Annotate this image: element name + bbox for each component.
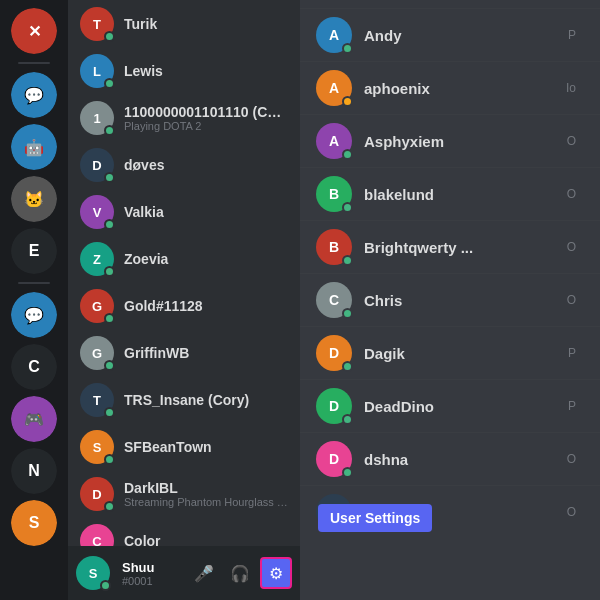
- avatar: S: [76, 556, 110, 590]
- server-icon[interactable]: 💬: [11, 72, 57, 118]
- right-friend-item[interactable]: A aphoenix Io: [300, 61, 600, 114]
- right-friend-avatar: D: [316, 441, 352, 477]
- status-dot: [342, 467, 353, 478]
- server-separator: [18, 62, 50, 64]
- settings-button[interactable]: ⚙: [260, 557, 292, 589]
- status-dot: [342, 43, 353, 54]
- status-dot: [104, 313, 115, 324]
- friend-avatar: D: [80, 477, 114, 511]
- status-dot: [342, 361, 353, 372]
- friend-info: Color: [124, 533, 288, 546]
- right-friend-item[interactable]: C Chris O: [300, 273, 600, 326]
- user-tag: #0001: [122, 575, 184, 587]
- server-icon[interactable]: 🤖: [11, 124, 57, 170]
- friend-info: DarkIBL Streaming Phantom Hourglass w...: [124, 480, 288, 508]
- headphone-button[interactable]: 🎧: [224, 557, 256, 589]
- status-dot: [342, 255, 353, 266]
- right-friend-name: Brightqwerty ...: [364, 239, 567, 256]
- right-friend-avatar: C: [316, 282, 352, 318]
- server-icon[interactable]: E: [11, 228, 57, 274]
- server-icon[interactable]: C: [11, 344, 57, 390]
- friend-item[interactable]: C Color: [72, 518, 296, 546]
- right-friend-item[interactable]: D døves O: [300, 485, 600, 538]
- right-panel: A Andy P A aphoenix Io A Asphyxiem O B b…: [300, 0, 600, 600]
- right-friend-item[interactable]: A Asphyxiem O: [300, 114, 600, 167]
- right-friend-avatar: A: [316, 123, 352, 159]
- right-friend-name: Chris: [364, 292, 567, 309]
- username: Shuu: [122, 560, 184, 575]
- right-friend-item[interactable]: D dshna O: [300, 432, 600, 485]
- status-dot: [342, 96, 353, 107]
- server-icon[interactable]: S: [11, 500, 57, 546]
- right-status-text: P: [568, 346, 576, 360]
- right-status-text: O: [567, 293, 576, 307]
- friend-item[interactable]: Z Zoevia: [72, 236, 296, 282]
- server-icon[interactable]: 💬: [11, 292, 57, 338]
- friend-item[interactable]: D døves: [72, 142, 296, 188]
- right-friend-name: blakelund: [364, 186, 567, 203]
- right-friend-item[interactable]: D DeadDino P: [300, 379, 600, 432]
- friend-avatar: C: [80, 524, 114, 546]
- friend-item[interactable]: G Gold#11128: [72, 283, 296, 329]
- status-dot: [104, 360, 115, 371]
- right-status-text: P: [568, 28, 576, 42]
- friend-avatar: T: [80, 7, 114, 41]
- friend-activity: Streaming Phantom Hourglass w...: [124, 496, 288, 508]
- right-friend-item[interactable]: B Brightqwerty ... O: [300, 220, 600, 273]
- friend-name: døves: [124, 157, 288, 173]
- right-status-text: O: [567, 134, 576, 148]
- server-icon[interactable]: N: [11, 448, 57, 494]
- friend-avatar: G: [80, 289, 114, 323]
- friend-name: TRS_Insane (Cory): [124, 392, 288, 408]
- right-status-text: O: [567, 505, 576, 519]
- friend-avatar: 1: [80, 101, 114, 135]
- right-friend-item[interactable]: D Dagik P: [300, 326, 600, 379]
- friend-info: døves: [124, 157, 288, 173]
- friend-avatar: G: [80, 336, 114, 370]
- friend-info: Lewis: [124, 63, 288, 79]
- friend-item[interactable]: V Valkia: [72, 189, 296, 235]
- right-friend-item[interactable]: B blakelund O: [300, 167, 600, 220]
- friend-name: 1100000001101110 (CO...: [124, 104, 288, 120]
- status-dot: [104, 78, 115, 89]
- right-friend-avatar: B: [316, 176, 352, 212]
- right-friend-item[interactable]: A Andy P: [300, 8, 600, 61]
- status-dot: [342, 149, 353, 160]
- right-friend-name: aphoenix: [364, 80, 566, 97]
- friends-list: T Turik L Lewis 1 1100000001101110 (CO..…: [68, 0, 300, 546]
- friend-info: Gold#11128: [124, 298, 288, 314]
- friend-avatar: L: [80, 54, 114, 88]
- server-separator: [18, 282, 50, 284]
- friend-item[interactable]: L Lewis: [72, 48, 296, 94]
- friend-info: TRS_Insane (Cory): [124, 392, 288, 408]
- mic-button[interactable]: 🎤: [188, 557, 220, 589]
- server-icon[interactable]: 🎮: [11, 396, 57, 442]
- status-dot: [342, 520, 353, 531]
- right-status-text: Io: [566, 81, 576, 95]
- friend-name: Color: [124, 533, 288, 546]
- right-friends-list: A Andy P A aphoenix Io A Asphyxiem O B b…: [300, 0, 600, 600]
- user-bar-icons: 🎤 🎧 ⚙: [188, 557, 292, 589]
- right-friend-avatar: D: [316, 494, 352, 530]
- status-dot: [342, 202, 353, 213]
- right-friend-name: døves: [364, 504, 567, 521]
- friend-item[interactable]: T Turik: [72, 1, 296, 47]
- friend-name: DarkIBL: [124, 480, 288, 496]
- friend-name: Gold#11128: [124, 298, 288, 314]
- friend-item[interactable]: T TRS_Insane (Cory): [72, 377, 296, 423]
- status-dot: [342, 308, 353, 319]
- right-status-text: O: [567, 452, 576, 466]
- friend-name: Zoevia: [124, 251, 288, 267]
- friend-item[interactable]: D DarkIBL Streaming Phantom Hourglass w.…: [72, 471, 296, 517]
- right-status-text: O: [567, 240, 576, 254]
- right-status-text: P: [568, 399, 576, 413]
- friend-item[interactable]: G GriffinWB: [72, 330, 296, 376]
- friend-avatar: V: [80, 195, 114, 229]
- friend-name: Turik: [124, 16, 288, 32]
- server-icon[interactable]: ✕: [11, 8, 57, 54]
- friend-name: Lewis: [124, 63, 288, 79]
- server-icon[interactable]: 🐱: [11, 176, 57, 222]
- friend-item[interactable]: S SFBeanTown: [72, 424, 296, 470]
- user-bar-info: Shuu #0001: [122, 560, 184, 587]
- friend-item[interactable]: 1 1100000001101110 (CO... Playing DOTA 2: [72, 95, 296, 141]
